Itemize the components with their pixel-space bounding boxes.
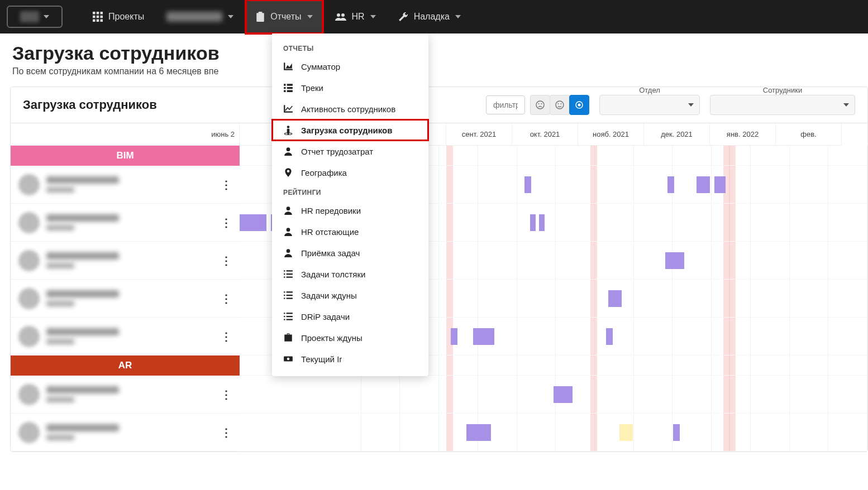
employees-select[interactable] (710, 95, 855, 115)
grid-icon (93, 12, 103, 22)
employee-sub (46, 225, 74, 230)
face-smile-button[interactable] (550, 95, 570, 115)
svg-point-14 (287, 170, 290, 173)
department-select[interactable] (599, 95, 700, 115)
nav-reports-label: Отчеты (270, 12, 301, 22)
gantt-bar[interactable] (665, 252, 684, 269)
page-title: Загрузка сотрудников (12, 42, 856, 64)
employee-sub (46, 435, 74, 440)
dropdown-item[interactable]: HR отстающие (272, 221, 428, 242)
nav-settings[interactable]: Наладка (388, 0, 471, 33)
filter-input[interactable] (486, 95, 525, 114)
gantt-bar[interactable] (714, 176, 726, 193)
dropdown-item[interactable]: Сумматор (272, 56, 428, 77)
nav-reports[interactable]: Отчеты (246, 0, 322, 33)
employee-sub (46, 301, 74, 306)
month-cell: нояб. 2021 (578, 123, 644, 146)
row-menu-button[interactable]: ⋮ (221, 178, 232, 191)
employee-row: ⋮ (11, 376, 240, 414)
target-button[interactable] (569, 95, 589, 115)
dropdown-item[interactable]: Отчет трудозатрат (272, 141, 428, 162)
avatar (18, 384, 40, 405)
street-view-icon (283, 125, 293, 135)
nav-hr[interactable]: HR (325, 0, 386, 33)
reports-dropdown: ОТЧЕТЫ СумматорТрекиАктивность сотрудник… (272, 33, 428, 376)
person-icon (283, 205, 293, 215)
employee-name (46, 214, 119, 222)
dropdown-item-label: Приёмка задач (301, 248, 360, 258)
employee-row: ⋮ (11, 166, 240, 204)
person-icon (283, 248, 293, 258)
dropdown-section-reports: ОТЧЕТЫ (272, 39, 428, 56)
pin-icon (283, 167, 293, 177)
nav-projects[interactable]: Проекты (83, 0, 154, 33)
group-header: BIM (11, 146, 240, 166)
dropdown-item-label: HR отстающие (301, 227, 359, 237)
dropdown-item[interactable]: Проекты ждуны (272, 327, 428, 348)
person-icon (283, 227, 293, 237)
employee-row: ⋮ (11, 242, 240, 280)
svg-point-17 (287, 249, 290, 253)
dropdown-item[interactable]: DRiP задачи (272, 306, 428, 327)
page-subtitle: По всем сотрудникам компании на 6 месяце… (12, 66, 856, 76)
month-cell: сент. 2021 (446, 123, 512, 146)
gantt-bar[interactable] (673, 424, 680, 441)
gantt-bar[interactable] (524, 176, 531, 193)
avatar (18, 212, 40, 233)
dropdown-item[interactable]: Активность сотрудников (272, 98, 428, 119)
employee-name (46, 328, 119, 335)
employee-sub (46, 339, 74, 344)
dropdown-item[interactable]: Загрузка сотрудников (272, 119, 428, 141)
avatar (18, 174, 40, 195)
row-menu-button[interactable]: ⋮ (221, 292, 232, 305)
svg-rect-1 (97, 12, 99, 15)
workspace-selector[interactable] (7, 6, 63, 28)
svg-point-13 (287, 147, 290, 151)
gantt-bar[interactable] (473, 328, 494, 345)
team-icon (335, 12, 346, 21)
gantt-bar[interactable] (697, 176, 710, 193)
dropdown-item-label: Проекты ждуны (301, 333, 363, 343)
employee-row: ⋮ (11, 204, 240, 242)
employee-name (46, 386, 119, 393)
employee-sub (46, 187, 74, 193)
dropdown-item-label: Активность сотрудников (301, 104, 395, 114)
svg-rect-5 (101, 16, 103, 18)
gantt-bar[interactable] (530, 214, 536, 231)
gantt-bar[interactable] (539, 214, 545, 231)
dropdown-item[interactable]: Текущий Ir (272, 348, 428, 369)
row-menu-button[interactable]: ⋮ (221, 254, 232, 267)
workload-card: Загрузка сотрудников Отдел Сотрудники ию… (10, 87, 868, 452)
gantt-bar[interactable] (466, 424, 491, 441)
gantt-bar[interactable] (606, 328, 613, 345)
gantt-bar[interactable] (608, 290, 622, 307)
mood-filter-group (531, 95, 589, 115)
month-cell: окт. 2021 (512, 123, 578, 146)
face-frown-button[interactable] (530, 95, 550, 115)
dropdown-item[interactable]: Треки (272, 77, 428, 98)
dropdown-item[interactable]: HR передовики (272, 200, 428, 221)
gantt-body: BIM⋮⋮⋮⋮⋮AR⋮⋮ (11, 146, 867, 451)
dropdown-section-ratings: РЕЙТИНГИ (272, 183, 428, 200)
dropdown-item[interactable]: Географика (272, 162, 428, 183)
gantt-bar[interactable] (451, 328, 457, 345)
gantt-bar[interactable] (619, 424, 633, 441)
employee-name (46, 176, 119, 184)
gantt-bar[interactable] (554, 386, 573, 403)
dropdown-item-label: Географика (301, 168, 347, 177)
nav-projects-label: Проекты (108, 12, 144, 22)
svg-rect-0 (93, 12, 96, 15)
gantt-bar[interactable] (240, 214, 266, 231)
nav-company[interactable] (156, 0, 244, 33)
dropdown-item[interactable]: Задачи ждуны (272, 285, 428, 306)
row-menu-button[interactable]: ⋮ (221, 426, 232, 439)
dropdown-item[interactable]: Задачи толстяки (272, 263, 428, 285)
clipboard-icon (256, 12, 265, 22)
svg-rect-3 (93, 16, 96, 18)
avatar (18, 288, 40, 309)
row-menu-button[interactable]: ⋮ (221, 388, 232, 401)
dropdown-item[interactable]: Приёмка задач (272, 242, 428, 263)
row-menu-button[interactable]: ⋮ (221, 216, 232, 229)
gantt-bar[interactable] (667, 176, 674, 193)
row-menu-button[interactable]: ⋮ (221, 330, 232, 343)
